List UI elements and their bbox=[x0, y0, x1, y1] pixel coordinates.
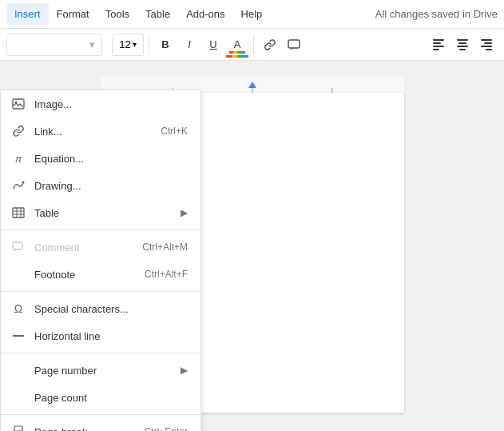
menu-item-page-count[interactable]: Page count bbox=[1, 384, 200, 411]
page-break-shortcut: Ctrl+Enter bbox=[145, 426, 188, 431]
menu-item-table[interactable]: Table ▶ bbox=[1, 199, 200, 226]
comment-shortcut: Ctrl+Alt+M bbox=[142, 241, 188, 253]
svg-rect-11 bbox=[14, 426, 22, 431]
page-number-arrow: ▶ bbox=[181, 365, 188, 376]
menu-item-drawing[interactable]: Drawing... bbox=[1, 172, 200, 199]
menubar: Insert Format Tools Table Add-ons Help A… bbox=[0, 0, 504, 29]
menu-item-equation[interactable]: π Equation... bbox=[1, 145, 200, 172]
separator-1 bbox=[1, 229, 200, 230]
italic-button[interactable]: I bbox=[178, 34, 200, 56]
page-count-icon bbox=[10, 389, 26, 405]
page-break-icon bbox=[10, 424, 26, 431]
footnote-icon bbox=[10, 266, 26, 282]
link-label: Link... bbox=[34, 126, 161, 138]
special-chars-label: Special characters... bbox=[34, 303, 188, 315]
svg-rect-0 bbox=[288, 40, 300, 48]
menu-help[interactable]: Help bbox=[233, 3, 271, 25]
hline-icon bbox=[10, 328, 26, 344]
horizontal-line-label: Horizontal line bbox=[34, 330, 188, 342]
menu-format[interactable]: Format bbox=[49, 3, 97, 25]
menu-item-page-number[interactable]: Page number ▶ bbox=[1, 357, 200, 384]
main-area: Image... Link... Ctrl+K π Equation... Dr… bbox=[0, 61, 504, 431]
bold-button[interactable]: B bbox=[154, 34, 177, 56]
page-number-label: Page number bbox=[34, 365, 181, 377]
align-right-icon bbox=[481, 39, 492, 50]
link-menu-icon bbox=[10, 123, 26, 139]
menu-item-horizontal-line[interactable]: Horizontal line bbox=[1, 322, 200, 349]
image-label: Image... bbox=[34, 98, 188, 110]
menu-item-page-break[interactable]: Page break Ctrl+Enter bbox=[1, 418, 200, 431]
align-left-button[interactable] bbox=[427, 34, 450, 56]
table-icon bbox=[10, 205, 26, 221]
page-break-label: Page break bbox=[34, 426, 145, 432]
color-bar bbox=[229, 51, 245, 54]
font-size-box[interactable]: 12 ▾ bbox=[112, 34, 144, 56]
save-status: All changes saved in Drive bbox=[375, 8, 498, 20]
link-shortcut: Ctrl+K bbox=[161, 126, 188, 137]
font-selector[interactable]: ▾ bbox=[6, 34, 102, 56]
svg-point-3 bbox=[22, 182, 25, 184]
equation-label: Equation... bbox=[34, 153, 188, 165]
comment-icon bbox=[288, 38, 300, 51]
svg-rect-1 bbox=[13, 99, 24, 109]
table-arrow: ▶ bbox=[181, 207, 188, 218]
svg-rect-4 bbox=[13, 208, 24, 217]
text-color-button[interactable]: A bbox=[226, 34, 248, 56]
text-color-a-label: A bbox=[234, 38, 241, 50]
insert-dropdown-menu: Image... Link... Ctrl+K π Equation... Dr… bbox=[0, 90, 201, 431]
menu-insert[interactable]: Insert bbox=[6, 3, 49, 25]
menu-tools[interactable]: Tools bbox=[97, 3, 137, 25]
drawing-label: Drawing... bbox=[34, 180, 188, 192]
menu-item-comment[interactable]: Comment Ctrl+Alt+M bbox=[1, 233, 200, 261]
comment-label: Comment bbox=[34, 241, 142, 253]
font-size-arrow: ▾ bbox=[133, 40, 137, 49]
menu-item-image[interactable]: Image... bbox=[1, 90, 200, 118]
drawing-icon bbox=[10, 178, 26, 194]
link-button[interactable] bbox=[259, 34, 281, 56]
separator-3 bbox=[1, 353, 200, 353]
menu-table[interactable]: Table bbox=[137, 3, 178, 25]
align-center-button[interactable] bbox=[451, 34, 474, 56]
footnote-shortcut: Ctrl+Alt+F bbox=[145, 269, 188, 280]
image-icon bbox=[10, 96, 26, 112]
omega-icon: Ω bbox=[10, 301, 26, 317]
page-number-icon bbox=[10, 362, 26, 378]
toolbar-divider-1 bbox=[149, 35, 149, 54]
page-count-label: Page count bbox=[34, 392, 188, 404]
table-label: Table bbox=[34, 207, 181, 219]
align-left-icon bbox=[433, 39, 444, 50]
separator-4 bbox=[1, 414, 200, 415]
underline-button[interactable]: U bbox=[202, 34, 224, 56]
link-icon bbox=[264, 38, 276, 51]
comment-button[interactable] bbox=[283, 34, 305, 56]
align-right-button[interactable] bbox=[475, 34, 498, 56]
toolbar-divider-2 bbox=[253, 35, 254, 54]
menu-item-link[interactable]: Link... Ctrl+K bbox=[1, 118, 200, 145]
menu-addons[interactable]: Add-ons bbox=[178, 3, 232, 25]
equation-icon: π bbox=[10, 150, 26, 166]
menu-item-footnote[interactable]: Footnote Ctrl+Alt+F bbox=[1, 261, 200, 288]
comment-menu-icon bbox=[10, 239, 26, 255]
align-center-icon bbox=[457, 39, 468, 50]
toolbar: ▾ 12 ▾ B I U A bbox=[0, 29, 504, 61]
font-size-value: 12 bbox=[119, 38, 130, 50]
footnote-label: Footnote bbox=[34, 269, 145, 281]
font-dropdown-arrow: ▾ bbox=[89, 38, 95, 50]
menu-item-special-chars[interactable]: Ω Special characters... bbox=[1, 295, 200, 322]
separator-2 bbox=[1, 291, 200, 292]
svg-rect-9 bbox=[13, 242, 22, 249]
